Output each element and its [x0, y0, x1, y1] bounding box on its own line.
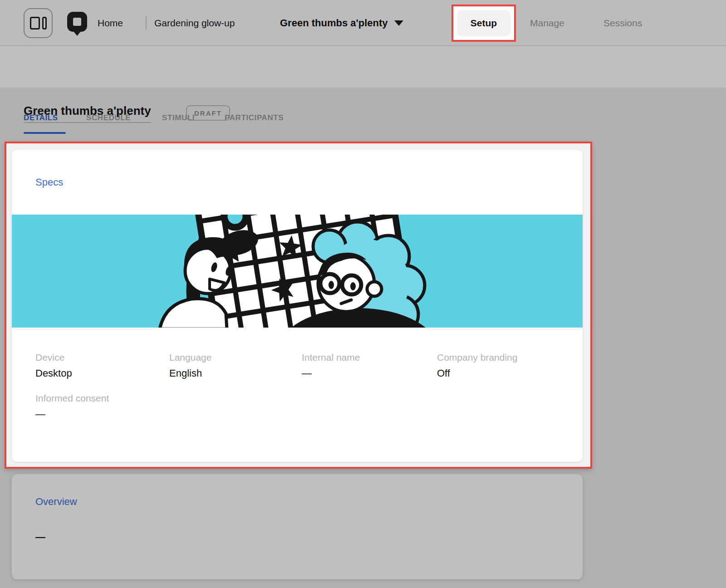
chevron-down-icon: [394, 20, 403, 26]
nav-sessions-link[interactable]: Sessions: [603, 0, 642, 46]
sidebar-toggle-icon: [30, 17, 40, 29]
nav-manage-link[interactable]: Manage: [530, 0, 564, 46]
field-value: Off: [437, 368, 559, 379]
sidebar-toggle-button[interactable]: [24, 8, 53, 38]
overview-card: Overview —: [12, 474, 583, 579]
field-label: Company branding: [437, 352, 559, 363]
field-device: Device Desktop: [35, 352, 169, 379]
overview-value: —: [35, 531, 559, 543]
tab-schedule[interactable]: SCHEDULE: [86, 113, 131, 122]
tab-participants[interactable]: PARTICIPANTS: [225, 113, 284, 122]
specs-illustration: [12, 215, 583, 328]
nav-study-label: Green thumbs a'plenty: [280, 17, 388, 29]
specs-fields: Device Desktop Language English Internal…: [12, 328, 583, 420]
field-value: —: [302, 368, 437, 379]
active-tab-underline: [24, 132, 66, 134]
nav-divider: [146, 16, 147, 30]
field-language: Language English: [169, 352, 302, 379]
field-label: Device: [35, 352, 169, 363]
field-value: —: [35, 408, 559, 420]
setup-button[interactable]: Setup: [457, 10, 510, 36]
field-value: Desktop: [35, 368, 169, 379]
tab-details[interactable]: DETAILS: [24, 113, 58, 122]
specs-link[interactable]: Specs: [35, 176, 63, 188]
nav-project-link[interactable]: Gardening glow-up: [154, 0, 235, 46]
field-informed-consent: Informed consent —: [35, 393, 559, 420]
nav-study-dropdown[interactable]: Green thumbs a'plenty: [280, 0, 403, 46]
specs-highlight-region: Specs: [5, 142, 592, 469]
field-label: Language: [169, 352, 302, 363]
specs-card-header: Specs: [12, 150, 583, 215]
overview-link[interactable]: Overview: [35, 496, 77, 508]
app-screen: Home Gardening glow-up Green thumbs a'pl…: [0, 0, 726, 588]
setup-highlight-box: Setup: [451, 5, 516, 42]
sidebar-toggle-icon: [42, 17, 47, 29]
app-logo-chat-bubble-icon[interactable]: [67, 12, 87, 36]
field-label: Informed consent: [35, 393, 559, 404]
field-internal-name: Internal name —: [302, 352, 437, 379]
title-bar: Green thumbs a'plenty DRAFT: [0, 46, 726, 88]
field-value: English: [169, 368, 302, 379]
top-nav: Home Gardening glow-up Green thumbs a'pl…: [0, 0, 726, 46]
tab-stimuli[interactable]: STIMULI: [162, 113, 195, 122]
field-company-branding: Company branding Off: [437, 352, 559, 379]
nav-home-link[interactable]: Home: [98, 0, 123, 46]
field-label: Internal name: [302, 352, 437, 363]
specs-card: Specs: [12, 150, 583, 462]
